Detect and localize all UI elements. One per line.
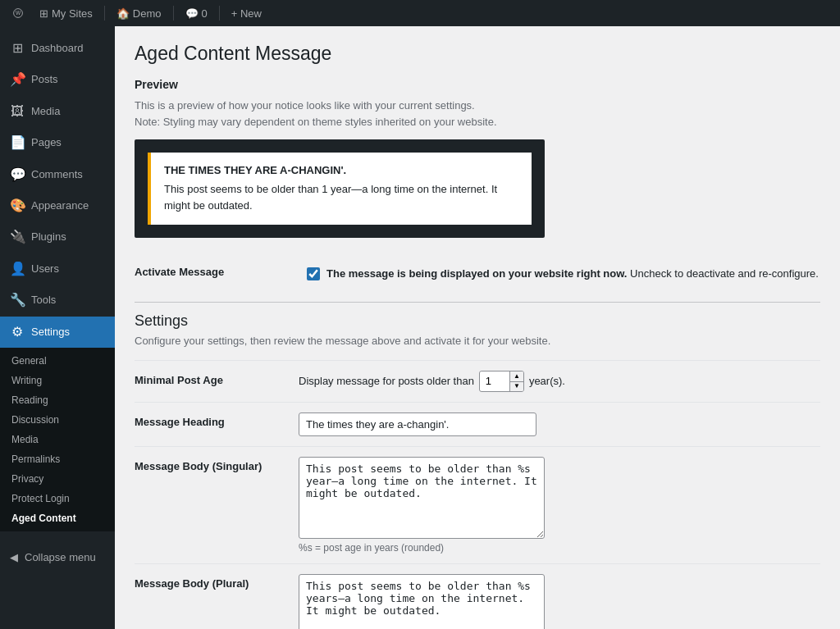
settings-description: Configure your settings, then review the… xyxy=(135,335,820,347)
minimal-post-age-content: Display message for posts older than ▲ ▼… xyxy=(299,371,820,392)
bar-separator xyxy=(104,6,105,21)
activate-message-content: The message is being displayed on your w… xyxy=(307,266,819,282)
sidebar-label-settings: Settings xyxy=(31,325,70,340)
tools-icon: 🔧 xyxy=(10,291,25,309)
sidebar-item-dashboard[interactable]: ⊞ Dashboard xyxy=(0,33,115,64)
settings-submenu: General Writing Reading Discussion Media… xyxy=(0,348,115,531)
new-label: + New xyxy=(231,7,262,20)
admin-sidebar: ⊞ Dashboard 📌 Posts 🖼 Media 📄 Pages 💬 Co… xyxy=(0,26,115,629)
wp-logo[interactable]: W xyxy=(7,0,30,26)
submenu-media[interactable]: Media xyxy=(0,430,115,449)
sidebar-label-posts: Posts xyxy=(31,72,58,87)
comments-icon: 💬 xyxy=(10,166,25,184)
my-sites-menu[interactable]: ⊞ My Sites xyxy=(33,0,99,26)
collapse-menu-button[interactable]: ◀ Collapse menu xyxy=(0,545,115,570)
preview-notice-body: This post seems to be older than 1 year—… xyxy=(164,181,518,213)
pages-icon: 📄 xyxy=(10,134,25,152)
comment-icon: 💬 xyxy=(185,7,199,20)
home-icon: 🏠 xyxy=(116,7,130,20)
users-icon: 👤 xyxy=(10,260,25,278)
preview-description: This is a preview of how your notice loo… xyxy=(135,98,820,130)
posts-icon: 📌 xyxy=(10,71,25,89)
message-body-plural-label: Message Body (Plural) xyxy=(135,574,299,590)
submenu-general[interactable]: General xyxy=(0,351,115,371)
sidebar-item-tools[interactable]: 🔧 Tools xyxy=(0,285,115,316)
media-icon: 🖼 xyxy=(10,103,25,121)
my-sites-icon: ⊞ xyxy=(39,7,48,20)
spinner-up[interactable]: ▲ xyxy=(510,371,523,381)
sidebar-label-comments: Comments xyxy=(31,167,83,182)
submenu-privacy[interactable]: Privacy xyxy=(0,469,115,489)
activate-message-text[interactable]: The message is being displayed on your w… xyxy=(326,266,819,282)
comments-count: 0 xyxy=(202,7,208,20)
sidebar-label-tools: Tools xyxy=(31,293,56,308)
activate-checkbox[interactable] xyxy=(307,267,320,280)
main-content: Aged Content Message Preview This is a p… xyxy=(115,26,840,629)
activate-message-row: Activate Message The message is being di… xyxy=(135,254,820,294)
preview-section-title: Preview xyxy=(135,78,820,91)
collapse-icon: ◀ xyxy=(10,551,18,563)
minimal-age-suffix: year(s). xyxy=(529,375,565,387)
sidebar-label-media: Media xyxy=(31,104,60,119)
admin-bar: W ⊞ My Sites 🏠 Demo 💬 0 + New xyxy=(0,0,840,26)
sidebar-label-appearance: Appearance xyxy=(31,198,89,213)
page-title: Aged Content Message xyxy=(135,43,820,65)
message-body-singular-input[interactable]: This post seems to be older than %s year… xyxy=(299,457,545,539)
dashboard-icon: ⊞ xyxy=(10,39,25,57)
appearance-icon: 🎨 xyxy=(10,197,25,215)
bar-separator2 xyxy=(173,6,174,21)
sidebar-item-media[interactable]: 🖼 Media xyxy=(0,96,115,127)
message-body-plural-content: This post seems to be older than %s year… xyxy=(299,574,820,630)
settings-icon: ⚙ xyxy=(10,323,25,341)
plugins-icon: 🔌 xyxy=(10,228,25,246)
preview-inner-box: THE TIMES THEY ARE A-CHANGIN'. This post… xyxy=(148,153,532,225)
singular-hint: %s = post age in years (rounded) xyxy=(299,542,820,554)
message-body-singular-content: This post seems to be older than %s year… xyxy=(299,457,820,554)
bar-separator3 xyxy=(219,6,220,21)
minimal-post-age-row: Minimal Post Age Display message for pos… xyxy=(135,360,820,402)
submenu-writing[interactable]: Writing xyxy=(0,371,115,390)
sidebar-item-pages[interactable]: 📄 Pages xyxy=(0,127,115,158)
minimal-age-number-wrap: ▲ ▼ xyxy=(479,371,524,392)
message-body-singular-label: Message Body (Singular) xyxy=(135,457,299,472)
submenu-discussion[interactable]: Discussion xyxy=(0,410,115,430)
sidebar-label-pages: Pages xyxy=(31,135,62,150)
message-heading-label: Message Heading xyxy=(135,412,299,428)
minimal-age-input[interactable] xyxy=(480,371,509,390)
new-content-menu[interactable]: + New xyxy=(225,0,268,26)
my-sites-label: My Sites xyxy=(52,7,93,20)
submenu-permalinks[interactable]: Permalinks xyxy=(0,449,115,469)
message-heading-row: Message Heading xyxy=(135,402,820,446)
sidebar-label-plugins: Plugins xyxy=(31,230,66,244)
demo-label: Demo xyxy=(133,7,162,20)
number-spinners: ▲ ▼ xyxy=(509,371,523,391)
sidebar-item-posts[interactable]: 📌 Posts xyxy=(0,64,115,95)
collapse-label: Collapse menu xyxy=(25,551,96,563)
demo-menu[interactable]: 🏠 Demo xyxy=(110,0,168,26)
message-body-singular-row: Message Body (Singular) This post seems … xyxy=(135,446,820,563)
message-body-plural-row: Message Body (Plural) This post seems to… xyxy=(135,563,820,630)
main-wrapper: ⊞ Dashboard 📌 Posts 🖼 Media 📄 Pages 💬 Co… xyxy=(0,26,840,629)
submenu-reading[interactable]: Reading xyxy=(0,390,115,410)
submenu-protect-login[interactable]: Protect Login xyxy=(0,489,115,508)
sidebar-item-plugins[interactable]: 🔌 Plugins xyxy=(0,221,115,253)
message-body-plural-input[interactable]: This post seems to be older than %s year… xyxy=(299,574,545,630)
comments-bar-item[interactable]: 💬 0 xyxy=(179,0,214,26)
sidebar-label-dashboard: Dashboard xyxy=(31,41,84,56)
spinner-down[interactable]: ▼ xyxy=(510,381,523,391)
sidebar-item-comments[interactable]: 💬 Comments xyxy=(0,159,115,190)
minimal-age-prefix: Display message for posts older than xyxy=(299,375,474,387)
sidebar-item-appearance[interactable]: 🎨 Appearance xyxy=(0,190,115,221)
svg-text:W: W xyxy=(16,10,21,16)
preview-outer-box: THE TIMES THEY ARE A-CHANGIN'. This post… xyxy=(135,139,545,238)
sidebar-label-users: Users xyxy=(31,262,59,276)
message-heading-content xyxy=(299,412,820,436)
preview-notice-heading: THE TIMES THEY ARE A-CHANGIN'. xyxy=(164,164,518,176)
sidebar-item-settings[interactable]: ⚙ Settings xyxy=(0,317,115,348)
settings-section-title: Settings xyxy=(135,302,820,330)
submenu-aged-content[interactable]: Aged Content xyxy=(0,508,115,528)
sidebar-item-users[interactable]: 👤 Users xyxy=(0,253,115,285)
message-heading-input[interactable] xyxy=(299,412,536,436)
activate-message-label: Activate Message xyxy=(135,266,299,278)
minimal-post-age-label: Minimal Post Age xyxy=(135,371,299,386)
